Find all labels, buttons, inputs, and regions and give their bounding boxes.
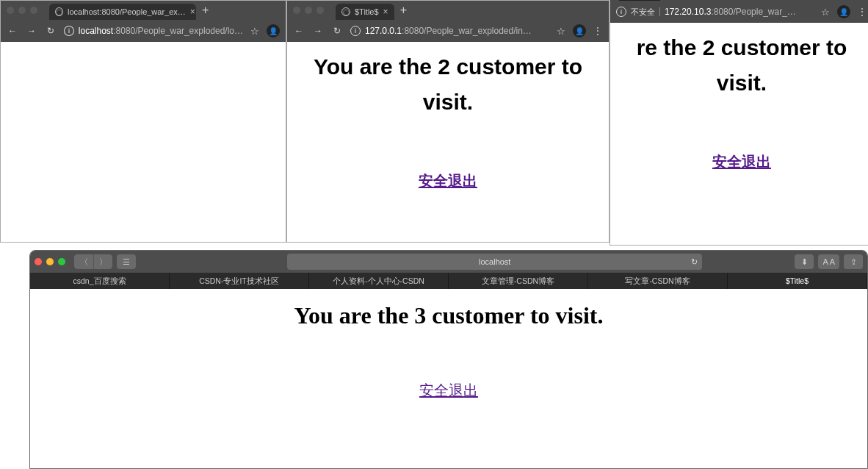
download-icon[interactable]: ⬇	[795, 254, 814, 269]
favorite-item-active[interactable]: $Title$	[728, 273, 867, 289]
reload-button[interactable]: ↻	[331, 26, 343, 36]
chrome-titlebar: ◯ localhost:8080/People_war_ex… × +	[1, 1, 286, 20]
back-button[interactable]: ←	[293, 26, 305, 36]
bookmark-star-icon[interactable]: ☆	[821, 7, 830, 18]
page-content	[1, 42, 286, 49]
page-content: You are the 2 customer to visit. 安全退出	[287, 42, 609, 191]
address-host: localhost	[79, 26, 113, 36]
info-icon[interactable]: i	[616, 7, 626, 17]
visitor-heading: You are the 3 customer to visit.	[30, 302, 867, 329]
forward-button[interactable]: →	[312, 26, 324, 36]
page-content: re the 2 customer to visit. 安全退出	[610, 23, 868, 172]
insecure-label: 不安全	[631, 7, 655, 18]
safari-titlebar: 〈 〉 ☰ localhost ↻ ⬇ A A ⇪	[30, 251, 867, 273]
user-avatar-icon[interactable]: 👤	[837, 5, 850, 18]
user-avatar-icon[interactable]: 👤	[573, 24, 586, 37]
reader-text-size-icon[interactable]: A A	[818, 254, 839, 269]
globe-icon: ◯	[341, 7, 350, 16]
tab-bar: ◯ $Title$ × +	[336, 1, 609, 20]
new-tab-button[interactable]: +	[196, 4, 214, 17]
sidebar-toggle-icon[interactable]: ☰	[117, 254, 136, 269]
user-avatar-icon[interactable]: 👤	[267, 24, 280, 37]
tab-title: $Title$	[355, 7, 379, 16]
logout-link[interactable]: 安全退出	[419, 381, 478, 401]
back-button[interactable]: 〈	[74, 254, 93, 269]
tab-bar: ◯ localhost:8080/People_war_ex… × +	[49, 1, 286, 20]
reload-icon[interactable]: ↻	[691, 257, 698, 267]
chrome-toolbar: i 不安全 172.20.10.3:8080/People_war_… ☆ 👤 …	[610, 1, 868, 23]
favorites-bar: csdn_百度搜索 CSDN-专业IT技术社区 个人资料-个人中心-CSDN 文…	[30, 273, 867, 289]
favorite-item[interactable]: 文章管理-CSDN博客	[449, 273, 588, 289]
address-host: 172.20.10.3	[665, 7, 711, 17]
menu-dots-icon[interactable]: ⋮	[858, 7, 867, 17]
favorite-item[interactable]: CSDN-专业IT技术社区	[170, 273, 309, 289]
new-tab-button[interactable]: +	[394, 4, 413, 17]
tab-bar: Title$ × +	[619, 0, 868, 1]
chrome-titlebar: Title$ × +	[610, 0, 868, 1]
forward-button[interactable]: 〉	[93, 254, 112, 269]
window-traffic-lights[interactable]	[293, 7, 324, 14]
favorite-item[interactable]: 个人资料-个人中心-CSDN	[309, 273, 449, 289]
share-icon[interactable]: ⇪	[844, 254, 863, 269]
safari-address-bar[interactable]: localhost ↻	[287, 254, 702, 270]
chrome-window-2: ◯ $Title$ × + ← → ↻ i 127.0.0.1:8080/Peo…	[286, 0, 610, 243]
url-text: localhost	[479, 257, 510, 266]
address-path: :8080/People_war_exploded/in…	[402, 26, 532, 36]
menu-dots-icon[interactable]: ⋮	[593, 26, 603, 36]
favorite-item[interactable]: 写文章-CSDN博客	[588, 273, 728, 289]
address-path: :8080/People_war_…	[711, 7, 795, 17]
reload-button[interactable]: ↻	[45, 26, 57, 36]
logout-link[interactable]: 安全退出	[712, 152, 771, 172]
window-traffic-lights[interactable]	[7, 7, 37, 14]
favorite-item[interactable]: csdn_百度搜索	[30, 273, 170, 289]
info-icon[interactable]: i	[64, 26, 74, 36]
close-icon[interactable]: ×	[190, 7, 195, 17]
forward-button[interactable]: →	[26, 26, 37, 36]
address-host: 127.0.0.1	[365, 26, 402, 36]
tab-title: localhost:8080/People_war_ex…	[68, 7, 186, 16]
chrome-toolbar: ← → ↻ i 127.0.0.1:8080/People_war_explod…	[287, 20, 609, 42]
globe-icon: ◯	[55, 7, 63, 16]
toolbar-right: ⬇ A A ⇪	[795, 254, 863, 269]
address-bar[interactable]: i 127.0.0.1:8080/People_war_exploded/in…	[350, 26, 549, 36]
back-button[interactable]: ←	[7, 26, 18, 36]
page-content: You are the 3 customer to visit. 安全退出	[30, 289, 867, 401]
browser-tab[interactable]: ◯ $Title$ ×	[336, 4, 394, 20]
address-path: :8080/People_war_exploded/lo…	[113, 26, 243, 36]
nav-buttons: 〈 〉	[74, 254, 112, 269]
safari-window: 〈 〉 ☰ localhost ↻ ⬇ A A ⇪ csdn_百度搜索 CSDN…	[29, 250, 868, 469]
bookmark-star-icon[interactable]: ☆	[250, 26, 259, 37]
info-icon[interactable]: i	[350, 26, 361, 36]
chrome-window-3: Title$ × + i 不安全 172.20.10.3:8080/People…	[610, 0, 868, 246]
visitor-heading: re the 2 customer to visit.	[610, 30, 868, 101]
logout-link[interactable]: 安全退出	[419, 171, 477, 191]
window-traffic-lights[interactable]	[35, 258, 65, 265]
chrome-toolbar: ← → ↻ i localhost:8080/People_war_explod…	[1, 20, 286, 42]
bookmark-star-icon[interactable]: ☆	[557, 26, 565, 37]
address-bar[interactable]: i localhost:8080/People_war_exploded/lo…	[64, 26, 243, 36]
visitor-heading: You are the 2 customer to visit.	[287, 49, 609, 120]
browser-tab[interactable]: ◯ localhost:8080/People_war_ex… ×	[49, 4, 196, 20]
chrome-titlebar: ◯ $Title$ × +	[287, 1, 609, 20]
close-icon[interactable]: ×	[383, 7, 388, 17]
chrome-window-1: ◯ localhost:8080/People_war_ex… × + ← → …	[0, 0, 286, 243]
address-bar[interactable]: i 不安全 172.20.10.3:8080/People_war_…	[616, 7, 814, 18]
browser-tab[interactable]: Title$ ×	[619, 0, 660, 1]
